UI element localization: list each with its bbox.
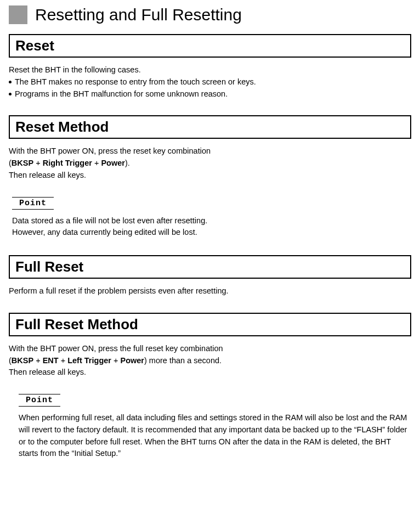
point-box-1: Point Data stored as a file will not be … <box>12 197 411 239</box>
full-reset-method-line1: With the BHT power ON, press the full re… <box>9 343 411 355</box>
full-reset-method-combo: (BKSP + ENT + Left Trigger + Power) more… <box>9 355 411 367</box>
point-text-2: When performing full reset, all data inc… <box>19 412 411 460</box>
point-label: Point <box>19 394 60 407</box>
reset-method-line1: With the BHT power ON, press the reset k… <box>9 145 411 157</box>
key-right-trigger: Right Trigger <box>43 159 92 167</box>
page-title: Resetting and Full Resetting <box>35 5 242 24</box>
full-reset-method-body: With the BHT power ON, press the full re… <box>9 343 411 379</box>
combo-close: ). <box>125 159 130 167</box>
reset-bullet-2-text: Programs in the BHT malfunction for some… <box>15 88 228 100</box>
key-ent: ENT <box>43 356 59 365</box>
reset-bullet-1-text: The BHT makes no response to entry from … <box>15 76 256 88</box>
key-power: Power <box>101 159 125 167</box>
point-label: Point <box>12 197 54 210</box>
full-reset-method-line3: Then release all keys. <box>9 367 411 379</box>
reset-method-body: With the BHT power ON, press the reset k… <box>9 145 411 181</box>
section-heading-reset-method: Reset Method <box>9 115 411 139</box>
reset-body: Reset the BHT in the following cases. Th… <box>9 64 411 100</box>
page-title-row: Resetting and Full Resetting <box>9 5 411 24</box>
reset-method-combo: (BKSP + Right Trigger + Power). <box>9 157 411 170</box>
bullet-dot-icon <box>9 93 12 95</box>
reset-bullet-1: The BHT makes no response to entry from … <box>9 76 411 88</box>
plus-sep: + <box>111 356 121 365</box>
reset-intro: Reset the BHT in the following cases. <box>9 64 411 76</box>
key-bksp: BKSP <box>12 356 33 365</box>
full-reset-body: Perform a full reset if the problem pers… <box>9 285 411 297</box>
section-heading-full-reset-method: Full Reset Method <box>9 313 411 336</box>
combo-close: ) more than a second. <box>144 356 222 365</box>
reset-bullet-2: Programs in the BHT malfunction for some… <box>9 88 411 100</box>
point-text-1: Data stored as a file will not be lost e… <box>12 215 411 239</box>
plus-sep: + <box>92 159 101 167</box>
bullet-dot-icon <box>9 81 12 83</box>
point1-line1: Data stored as a file will not be lost e… <box>12 216 207 225</box>
key-bksp: BKSP <box>12 159 33 167</box>
plus-sep: + <box>59 356 68 365</box>
full-reset-line1: Perform a full reset if the problem pers… <box>9 285 411 297</box>
key-power: Power <box>121 356 145 365</box>
reset-method-line3: Then release all keys. <box>9 170 411 182</box>
plus-sep: + <box>33 356 43 365</box>
title-box-icon <box>9 5 27 24</box>
section-heading-full-reset: Full Reset <box>9 255 411 279</box>
point1-line2: However, any data currently being edited… <box>12 228 197 236</box>
point-box-2: Point When performing full reset, all da… <box>19 394 411 460</box>
section-heading-reset: Reset <box>9 34 411 58</box>
plus-sep: + <box>33 159 43 167</box>
key-left-trigger: Left Trigger <box>67 356 111 365</box>
